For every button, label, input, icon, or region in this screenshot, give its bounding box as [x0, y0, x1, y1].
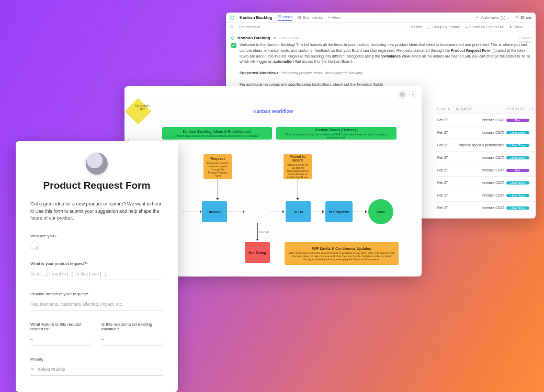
who-label: Who are you?: [30, 234, 163, 238]
table-row[interactable]: Feb 27Increase CSATUser Story: [436, 177, 536, 189]
field-who: Who are you?: [30, 234, 163, 250]
product-request-form: Product Request Form Got a great idea fo…: [16, 141, 178, 392]
svg-rect-2: [278, 18, 281, 18]
tab-ideas[interactable]: Ideas: [278, 15, 293, 21]
table-row[interactable]: Feb 27Increase CSATUser Story: [436, 202, 536, 214]
item-type-badge: Epic: [506, 169, 529, 172]
cell-initiative: Increase CSAT: [455, 118, 505, 122]
node-not-doing[interactable]: Not Doing: [245, 242, 270, 263]
details-input[interactable]: Requirements, customers affected, impact…: [30, 299, 163, 310]
table-row[interactable]: Feb 27Increase CSATUser Story: [436, 189, 536, 202]
form-intro: Got a great idea for a new product or fe…: [30, 201, 163, 222]
show-button[interactable]: 👁 Show: [509, 25, 523, 29]
chevron-down-icon: ⌄: [507, 16, 510, 20]
node-board-header[interactable]: Kanban Board (Delivery)Work progresses t…: [276, 127, 396, 140]
priority-label: Priority: [30, 357, 163, 362]
node-wip-limits[interactable]: WIP Limits & Continuous UpdatesWIP Limit…: [285, 242, 399, 265]
cell-date: Feb 27: [436, 181, 455, 185]
swimlanes-icon: [298, 16, 301, 19]
share-icon: [515, 15, 519, 19]
feature-select[interactable]: –⌄: [30, 335, 92, 345]
backlog-toolbar: Search tasks... ▾ Filter ⬚ Group by: Sta…: [226, 23, 536, 31]
cell-initiative: Increase CSAT: [455, 181, 505, 185]
edge-label-dontdo: Don't do: [259, 230, 269, 234]
cell-date: Feb 27: [436, 143, 455, 147]
field-details: Provide details of your request* Require…: [30, 292, 163, 310]
svg-rect-1: [278, 17, 281, 17]
avatar[interactable]: [399, 91, 406, 98]
table-row[interactable]: Feb 27Increase CSATEpic: [436, 164, 536, 177]
diagram-title: Kanban Workflow: [129, 109, 417, 114]
backlog-header: Kanban Backlog Ideas Swimlanes + View Au…: [226, 13, 536, 23]
item-type-badge: Epic: [506, 119, 529, 122]
table-row[interactable]: Feb 27Improve speed & performanceUser St…: [436, 139, 536, 152]
svg-point-9: [231, 26, 233, 28]
tab-add-view[interactable]: + View: [328, 15, 341, 20]
svg-rect-3: [298, 16, 299, 19]
col-initiative[interactable]: INITIATIVE: [455, 107, 505, 111]
list-description: Welcome to the Kanban Backlog! This list…: [231, 42, 530, 87]
cell-initiative: Increase CSAT: [455, 168, 505, 172]
cell-date: Feb 27: [436, 131, 455, 134]
svg-rect-5: [300, 16, 301, 19]
node-moved-to-board[interactable]: Moved to BoardStatus is set to To Do and…: [284, 154, 312, 179]
cell-date: Feb 27: [436, 193, 455, 197]
item-type-badge: User Story: [506, 131, 529, 134]
cell-date: Feb 27: [436, 206, 455, 210]
node-decision[interactable]: Do or don't do?: [125, 98, 152, 125]
field-feature: What feature is this request related to?…: [30, 322, 92, 345]
node-backlog-header[interactable]: Kanban Backlog (Ideas & Prioritization)P…: [162, 127, 272, 140]
node-todo[interactable]: To Do: [286, 201, 311, 222]
cell-initiative: Improve speed & performance: [455, 143, 505, 147]
automate-button[interactable]: Automate (1) ⌄: [475, 15, 510, 20]
cell-date: Feb 27: [436, 168, 455, 172]
cell-date: Feb 27: [436, 118, 455, 122]
col-itemtype[interactable]: ITEM TYPE: [505, 107, 530, 111]
show-closed-toggle[interactable]: ✓ SHOWCLOSED: [518, 37, 531, 43]
list-icon: [278, 15, 281, 18]
item-type-badge: User Story: [506, 144, 529, 147]
search-icon[interactable]: [230, 25, 234, 29]
initiative-select[interactable]: –⌄: [101, 335, 163, 345]
checkbox-checked-icon[interactable]: [231, 43, 236, 48]
node-in-progress[interactable]: In Progress: [325, 201, 353, 222]
cell-initiative: Increase CSAT: [455, 156, 505, 159]
request-input[interactable]: As a [...], I want to [...] so that I ca…: [30, 269, 163, 280]
svg-rect-0: [278, 16, 281, 16]
cell-initiative: Increase CSAT: [455, 206, 505, 210]
table-row[interactable]: Feb 27Increase CSATUser Story: [436, 126, 536, 139]
item-type-badge: User Story: [506, 206, 529, 210]
chevron-down-icon: ⌄: [160, 337, 163, 341]
search-input[interactable]: Search tasks...: [239, 25, 406, 29]
node-request[interactable]: RequestRequester submits a feature reque…: [203, 154, 232, 179]
initiative-label: Is this related to an existing initiativ…: [101, 322, 163, 331]
form-title: Product Request Form: [30, 180, 163, 191]
priority-select[interactable]: Select Priority ⌄: [30, 365, 163, 376]
col-created[interactable]: E CREA...: [436, 107, 455, 111]
cell-initiative: Increase CSAT: [455, 131, 505, 134]
tab-swimlanes[interactable]: Swimlanes: [298, 15, 323, 20]
share-button[interactable]: Share: [515, 15, 531, 20]
table-row[interactable]: Feb 27Increase CSATEpic: [436, 114, 536, 126]
field-priority: Priority Select Priority ⌄: [30, 357, 163, 376]
groupby-button[interactable]: ⬚ Group by: Status: [427, 25, 459, 29]
flag-icon: [30, 367, 36, 372]
table-row[interactable]: Feb 27Increase CSATUser Story: [436, 152, 536, 164]
col-add[interactable]: ⊕: [530, 107, 536, 111]
more-icon[interactable]: ⋯: [302, 36, 307, 40]
svg-line-10: [233, 28, 234, 29]
backlog-title: Kanban Backlog: [240, 15, 273, 20]
subtasks-button[interactable]: ↳ Subtasks: Expand All: [465, 25, 504, 29]
node-backlog[interactable]: Backlog: [202, 201, 227, 222]
new-task-button[interactable]: + NEW TASK: [279, 37, 299, 40]
field-request: What is your product request?* As a [...…: [30, 261, 163, 280]
filter-button[interactable]: ▾ Filter: [411, 25, 423, 29]
list-status-dot: [230, 16, 234, 20]
form-avatar: [86, 153, 108, 175]
assignee-picker[interactable]: [30, 241, 39, 250]
chevron-down-icon: ⌄: [160, 367, 163, 372]
help-icon[interactable]: ?: [409, 91, 416, 98]
cell-initiative: Increase CSAT: [455, 193, 505, 197]
node-done[interactable]: Done: [368, 199, 393, 224]
more-icon[interactable]: ⋯: [528, 25, 531, 29]
